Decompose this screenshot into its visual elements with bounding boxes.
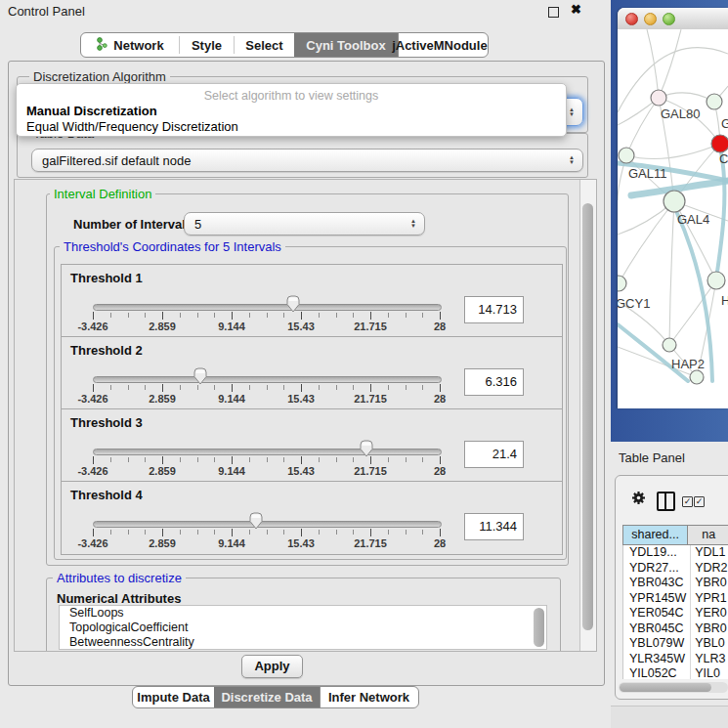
column-header-name[interactable]: na [688, 525, 728, 545]
split-view-icon[interactable] [657, 492, 675, 511]
node-gcy1[interactable] [618, 276, 626, 291]
dropdown-item-equal-width[interactable]: Equal Width/Frequency Discretization [26, 119, 238, 134]
tab-discretize-data[interactable]: Discretize Data [214, 687, 320, 707]
number-of-intervals-combobox[interactable]: 5 ▲▼ [184, 212, 425, 236]
network-edge-thick[interactable] [676, 211, 712, 381]
window-zoom-button[interactable] [663, 13, 675, 25]
threshold-slider[interactable]: -3.4262.8599.14415.4321.71528 [93, 409, 440, 482]
attribute-list-item[interactable]: SelfLoops [60, 606, 546, 621]
node-gal80[interactable] [651, 90, 666, 106]
table-row[interactable]: YER054CYER0 [623, 606, 728, 621]
tab-impute-data[interactable]: Impute Data [133, 687, 214, 707]
attribute-list-item[interactable]: TopologicalCoefficient [60, 621, 546, 635]
column-header-shared-name[interactable]: shared... [622, 525, 688, 545]
threshold-slider[interactable]: -3.4262.8599.14415.4321.71528 [93, 482, 440, 554]
slider-handle[interactable] [193, 367, 208, 385]
checkbox-icon[interactable]: ✓ [682, 496, 693, 507]
cell-name[interactable]: YPR1 [691, 591, 728, 607]
tab-infer-network[interactable]: Infer Network [320, 687, 417, 707]
node-bottom[interactable] [690, 370, 704, 384]
threshold-slider[interactable]: -3.4262.8599.14415.4321.71528 [93, 337, 440, 409]
network-canvas[interactable]: GAL80GACGAL11GAL4GCY1HHAP2 [618, 29, 728, 408]
table-rows[interactable]: YDL19...YDL1YDR27...YDR2YBR043CYBR0YPR14… [622, 545, 728, 679]
control-panel-titlebar: Control Panel ✖ [0, 0, 611, 21]
attribute-list-item[interactable]: BetweennessCentrality [60, 635, 546, 650]
window-minimize-button[interactable] [644, 13, 657, 25]
node-gal4[interactable] [664, 191, 685, 212]
slider-track[interactable] [93, 449, 442, 455]
table-row[interactable]: YDR27...YDR2 [623, 561, 728, 577]
slider-handle[interactable] [285, 295, 300, 313]
threshold-value-field[interactable]: 11.344 [464, 513, 524, 540]
network-edge[interactable] [626, 144, 720, 159]
checkbox-icon[interactable]: ✓ [694, 496, 705, 507]
slider-handle[interactable] [360, 440, 374, 457]
cell-shared-name[interactable]: YLR345W [623, 652, 691, 667]
cell-shared-name[interactable]: YER054C [623, 606, 691, 621]
cell-name[interactable]: YIL0 [691, 666, 728, 679]
float-panel-icon[interactable] [548, 7, 559, 18]
table-scrollbar-thumb[interactable] [620, 683, 711, 692]
threshold-slider[interactable]: -3.4262.8599.14415.4321.71528 [93, 265, 440, 337]
tab-jactivemnodules[interactable]: jActiveMNodules [398, 33, 488, 57]
node-topright[interactable] [707, 94, 722, 109]
tab-select[interactable]: Select [235, 33, 294, 57]
dropdown-hint[interactable]: Select algorithm to view settings [17, 89, 566, 103]
network-edge-thick[interactable] [717, 152, 724, 272]
cell-shared-name[interactable]: YPR145W [623, 591, 691, 607]
slider-track[interactable] [93, 304, 442, 311]
close-icon[interactable]: ✖ [571, 2, 581, 17]
node-hap2[interactable] [663, 338, 676, 352]
network-edge[interactable] [647, 29, 659, 98]
table-row[interactable]: YIL052CYIL0 [623, 666, 728, 679]
cell-name[interactable]: YER0 [691, 606, 728, 621]
tab-network[interactable]: Network [81, 33, 179, 57]
node-gal11[interactable] [619, 148, 634, 163]
node-h[interactable] [707, 272, 725, 289]
table-row[interactable]: YDL19...YDL1 [623, 545, 728, 561]
dropdown-item-manual[interactable]: Manual Discretization [26, 104, 157, 118]
network-edge[interactable] [669, 201, 674, 345]
cell-name[interactable]: YDR2 [691, 561, 728, 577]
table-row[interactable]: YBL079WYBL0 [623, 636, 728, 652]
tab-style[interactable]: Style [180, 33, 234, 57]
slider-handle[interactable] [248, 512, 263, 530]
threshold-value-field[interactable]: 14.713 [464, 296, 524, 323]
cell-shared-name[interactable]: YBR043C [623, 576, 691, 591]
table-horizontal-scrollbar[interactable] [619, 682, 728, 693]
network-edge[interactable] [626, 98, 659, 155]
window-close-button[interactable] [625, 13, 638, 25]
cell-name[interactable]: YLR3 [691, 652, 728, 667]
threshold-value-field[interactable]: 6.316 [464, 368, 524, 396]
table-row[interactable]: YPR145WYPR1 [623, 591, 728, 607]
network-window-titlebar[interactable] [618, 8, 728, 30]
tab-cyni-toolbox[interactable]: Cyni Toolbox [294, 33, 398, 57]
network-edge[interactable] [659, 29, 681, 98]
cell-name[interactable]: YBR0 [691, 621, 728, 637]
cell-shared-name[interactable]: YIL052C [623, 666, 691, 679]
slider-track[interactable] [93, 376, 442, 383]
node-red[interactable] [711, 135, 728, 152]
threshold-value-field[interactable]: 21.4 [464, 441, 524, 468]
apply-button[interactable]: Apply [241, 655, 303, 678]
slider-tick [301, 384, 302, 392]
slider-track[interactable] [93, 521, 442, 528]
table-row[interactable]: YBR043CYBR0 [623, 576, 728, 591]
cell-name[interactable]: YDL1 [691, 545, 728, 561]
cell-shared-name[interactable]: YBL079W [623, 636, 691, 652]
network-edge-thick[interactable] [618, 324, 688, 381]
cell-shared-name[interactable]: YDR27... [623, 561, 691, 577]
table-data-combobox[interactable]: galFiltered.sif default node ▲▼ [31, 149, 583, 172]
panel-scrollbar-thumb[interactable] [582, 203, 593, 630]
cell-name[interactable]: YBR0 [691, 576, 728, 591]
cell-name[interactable]: YBL0 [691, 636, 728, 652]
table-row[interactable]: YLR345WYLR3 [623, 652, 728, 667]
numerical-attributes-list[interactable]: SelfLoopsTopologicalCoefficientBetweenne… [59, 605, 547, 650]
cell-shared-name[interactable]: YDL19... [623, 545, 691, 561]
list-scrollbar[interactable] [534, 608, 544, 647]
network-edge[interactable] [619, 201, 674, 283]
cell-shared-name[interactable]: YBR045C [623, 621, 691, 637]
panel-scrollbar[interactable] [579, 180, 596, 651]
gear-icon[interactable] [631, 491, 646, 509]
table-row[interactable]: YBR045CYBR0 [623, 621, 728, 637]
